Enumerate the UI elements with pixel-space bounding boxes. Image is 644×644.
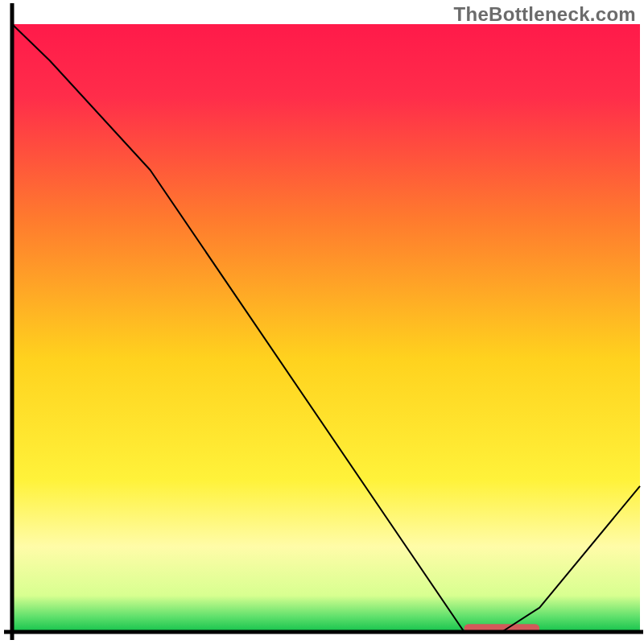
chart-container: TheBottleneck.com <box>0 0 644 644</box>
gradient-background <box>12 24 640 632</box>
watermark-text: TheBottleneck.com <box>454 3 636 26</box>
bottleneck-chart <box>0 0 644 644</box>
